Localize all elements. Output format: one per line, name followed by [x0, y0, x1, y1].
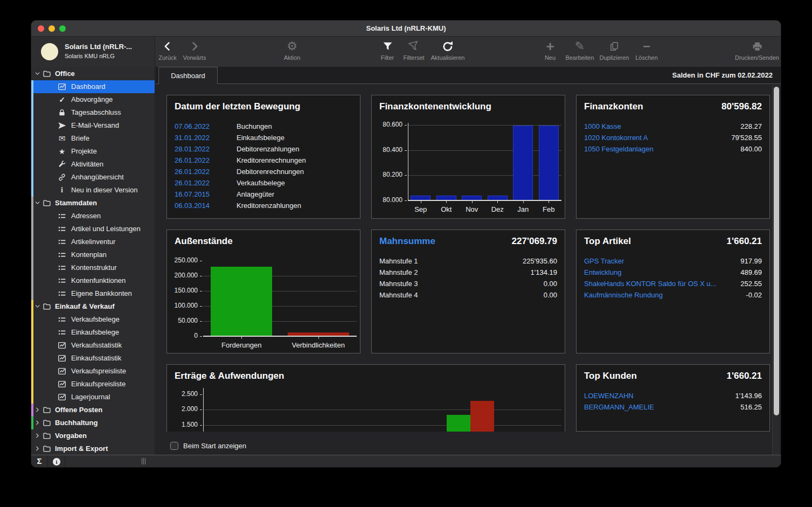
item-link[interactable]: GPS Tracker	[584, 255, 740, 267]
sidebar-item-kontenstruktur[interactable]: Kontenstruktur	[31, 261, 155, 274]
aktion-button[interactable]: ⚙Aktion	[269, 39, 315, 61]
sidebar-item-einkaufspreisliste[interactable]: Einkaufspreisliste	[31, 378, 155, 391]
finanzkonten-list: 1000 Kasse228.271020 Kontokorrent A79'52…	[584, 121, 762, 155]
sidebar-item-label: Anhangübersicht	[71, 173, 124, 181]
chevron-right-icon	[34, 419, 41, 427]
item-value: 79'528.55	[731, 132, 762, 143]
scrollbar-thumb[interactable]	[774, 87, 779, 415]
x-tick-mark	[318, 337, 319, 339]
item-link[interactable]: ShakeHands KONTOR Saldo für OS X u...	[584, 278, 740, 289]
account-header[interactable]: Solaris Ltd (nRLR-... Solaris KMU nRLG	[31, 37, 155, 67]
sidebar-item-dashboard[interactable]: Dashboard	[31, 80, 155, 93]
item-link[interactable]: LOEWENZAHN	[584, 390, 735, 401]
y-axis-tick-label: 2.500	[170, 390, 198, 398]
panel-title-link[interactable]: Mahnsumme	[379, 236, 435, 247]
item-link[interactable]: BERGMANN_AMELIE	[584, 401, 740, 413]
sidebar-item-einkaufsbelege[interactable]: Einkaufsbelege	[31, 326, 155, 339]
sidebar-item-verkaufsstatistik[interactable]: Verkaufsstatistik	[31, 339, 155, 352]
section-label: Offene Posten	[55, 406, 102, 414]
sidebar-item-verkaufspreisliste[interactable]: Verkaufspreisliste	[31, 365, 155, 378]
star-icon: ★	[58, 147, 66, 156]
sidebar-item-adressen[interactable]: Adressen	[31, 210, 155, 223]
sidebar-item-artikel-und-leistungen[interactable]: Artikel und Leistungen	[31, 223, 155, 235]
movement-date-link[interactable]: 26.01.2022	[175, 177, 237, 189]
folder-icon	[43, 419, 51, 427]
sidebar-section-einkauf-verkauf[interactable]: Einkauf & Verkauf	[31, 300, 155, 313]
sidebar-item-kontenfunktionen[interactable]: Kontenfunktionen	[31, 274, 155, 287]
section-label: Einkauf & Verkauf	[55, 302, 115, 310]
item-link[interactable]: 1000 Kasse	[584, 121, 740, 132]
y-tick-mark	[405, 175, 407, 176]
movement-date-link[interactable]: 07.06.2022	[175, 121, 237, 132]
sidebar-item-briefe[interactable]: ✉Briefe	[31, 132, 155, 145]
sidebar-section-vorgaben[interactable]: Vorgaben	[31, 429, 155, 442]
sidebar-item-label: Einkaufspreisliste	[71, 380, 126, 388]
sidebar-item-abovorg-nge[interactable]: ✓Abovorgänge	[31, 93, 155, 106]
movement-date-link[interactable]: 26.01.2022	[175, 155, 237, 166]
item-link[interactable]: 1050 Festgeldanlagen	[584, 143, 740, 155]
mahnstufe-row: Mahnstufe 1225'935.60	[379, 255, 557, 267]
movement-date-link[interactable]: 31.01.2022	[175, 132, 237, 143]
sidebar-item-tagesabschluss[interactable]: Tagesabschluss	[31, 106, 155, 119]
item-link[interactable]: Kaufmännische Rundung	[584, 289, 746, 301]
panel-top-kunden: Top Kunden 1'660.21 LOEWENZAHN1'143.96BE…	[576, 364, 770, 432]
sidebar-item-label: Aktivitäten	[71, 160, 103, 168]
chevron-down-icon	[34, 199, 41, 207]
splitter-handle[interactable]	[142, 458, 145, 464]
sidebar-item-label: Lagerjournal	[71, 393, 110, 401]
sidebar-section-offene-posten[interactable]: Offene Posten	[31, 404, 155, 416]
y-tick-mark	[200, 409, 202, 410]
drucken-button[interactable]: Drucken/Senden	[734, 39, 780, 61]
y-tick-mark	[200, 291, 202, 291]
sidebar-item-kontenplan[interactable]: Kontenplan	[31, 248, 155, 261]
sidebar-item-label: Neu in dieser Version	[71, 186, 138, 194]
sidebar-item-label: E-Mail-Versand	[71, 121, 119, 129]
forward-chevron-icon	[171, 39, 218, 54]
panel-title: Top Kunden	[584, 371, 637, 381]
account-name: Solaris Ltd (nRLR-...	[65, 43, 132, 51]
item-link[interactable]: 1020 Kontokorrent A	[584, 132, 731, 143]
info-button[interactable]: i	[48, 455, 65, 467]
movement-row: 28.01.2022Debitorenzahlungen	[175, 143, 352, 155]
main-area: Dashboard Salden in CHF zum 02.02.2022 D…	[156, 67, 781, 455]
sidebar-item-projekte[interactable]: ★Projekte	[31, 145, 155, 158]
toolbar-label: Aktualisieren	[425, 54, 471, 61]
tab-dashboard[interactable]: Dashboard	[158, 67, 218, 84]
sidebar-item-lagerjournal[interactable]: Lagerjournal	[31, 391, 155, 404]
vertical-scrollbar[interactable]	[772, 85, 780, 455]
panel-aussenstaende: Außenstände 050.000100.000150.000200.000…	[166, 230, 360, 353]
sidebar-item-aktivit-ten[interactable]: Aktivitäten	[31, 158, 155, 171]
artikel-row: GPS Tracker917.99	[584, 255, 762, 267]
y-tick-mark	[200, 425, 202, 426]
chart-line-icon	[58, 354, 66, 363]
y-axis-tick-label: 100.000	[170, 302, 198, 309]
movement-date-link[interactable]: 06.03.2014	[175, 200, 237, 211]
sidebar-item-neu-in-dieser-version[interactable]: iNeu in dieser Version	[31, 184, 155, 197]
movement-date-link[interactable]: 28.01.2022	[175, 143, 237, 155]
movement-date-link[interactable]: 26.01.2022	[175, 166, 237, 177]
chevron-down-icon	[34, 70, 41, 78]
sidebar-section-buchhaltung[interactable]: Buchhaltung	[31, 416, 155, 429]
sum-button[interactable]: Σ	[31, 455, 48, 467]
x-axis-label: Jan	[517, 205, 529, 213]
sidebar-section-import-export[interactable]: Import & Export	[31, 442, 155, 455]
sidebar-item-anhang-bersicht[interactable]: Anhangübersicht	[31, 171, 155, 184]
item-link[interactable]: Entwicklung	[584, 267, 740, 278]
aktualisieren-button[interactable]: Aktualisieren	[425, 39, 471, 61]
vorwaerts-button[interactable]: Vorwärts	[171, 39, 218, 61]
movement-date-link[interactable]: 16.07.2015	[175, 189, 237, 200]
desktop-background: Solaris Ltd (nRLR-KMU) Solaris Ltd (nRLR…	[0, 0, 812, 507]
sidebar-section-office[interactable]: Office	[31, 67, 155, 80]
panel-title: Datum der letzten Bewegung	[175, 101, 300, 112]
link-icon	[58, 173, 66, 182]
sidebar-item-e-mail-versand[interactable]: E-Mail-Versand	[31, 119, 155, 132]
item-value: 1'143.96	[735, 390, 762, 401]
item-value: 228.27	[740, 121, 762, 132]
sidebar-item-verkaufsbelege[interactable]: Verkaufsbelege	[31, 313, 155, 326]
startup-checkbox[interactable]	[170, 442, 178, 450]
sidebar-item-artikelinventur[interactable]: Artikelinventur	[31, 235, 155, 248]
loeschen-button[interactable]: −Löschen	[623, 39, 670, 61]
sidebar-item-einkaufsstatistik[interactable]: Einkaufsstatistik	[31, 352, 155, 365]
sidebar-section-stammdaten[interactable]: Stammdaten	[31, 197, 155, 210]
sidebar-item-eigene-bankkonten[interactable]: Eigene Bankkonten	[31, 287, 155, 300]
